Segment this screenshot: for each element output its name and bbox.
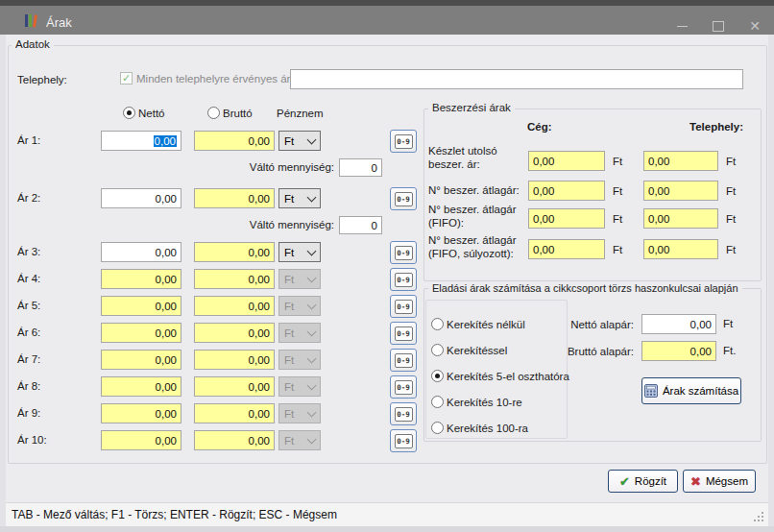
site-price-input[interactable]: 0,00 — [643, 151, 718, 171]
netto-price-input[interactable]: 0,00 — [101, 430, 181, 450]
close-icon: ✕ — [749, 18, 761, 34]
netto-price-input[interactable]: 0,00 — [101, 188, 181, 208]
beszerzesi-group-title: Beszerzési árak — [428, 102, 515, 114]
price-row-label: Ár 7: — [17, 353, 40, 366]
close-button[interactable]: ✕ — [749, 17, 761, 35]
calc-prices-button[interactable]: Árak számítása — [641, 377, 741, 404]
all-sites-checkbox: ✓ — [120, 72, 133, 85]
numpad-button[interactable]: 0-9 — [390, 130, 417, 153]
currency-unit-label: Ft — [726, 213, 736, 226]
netto-radio-label: Nettó — [138, 108, 165, 120]
brutto-price-input[interactable]: 0,00 — [194, 403, 275, 423]
rounding-option-label: Kerekítés 10-re — [447, 397, 522, 409]
chevron-down-icon — [307, 246, 317, 255]
numpad-icon: 0-9 — [395, 434, 413, 448]
price-row-label: Ár 4: — [17, 273, 40, 285]
netto-price-input[interactable]: 0,00 — [101, 376, 181, 397]
netto-radio[interactable] — [123, 107, 135, 119]
netto-price-input[interactable]: 0,00 — [101, 403, 181, 423]
numpad-button[interactable]: 0-9 — [390, 187, 417, 210]
site-name-input[interactable] — [290, 69, 743, 89]
currency-select[interactable]: Ft — [278, 242, 321, 262]
numpad-icon: 0-9 — [395, 246, 413, 260]
rounding-option-label: Kerekítés 5-el oszthatóra — [447, 371, 569, 383]
brutto-price-input[interactable]: 0,00 — [194, 350, 275, 370]
brutto-price-input[interactable]: 0,00 — [194, 188, 275, 208]
chevron-down-icon — [307, 192, 317, 202]
maximize-button[interactable] — [713, 21, 724, 32]
site-price-input[interactable]: 0,00 — [643, 208, 718, 229]
brutto-alapar-input[interactable]: 0,00 — [641, 341, 716, 361]
brutto-price-input[interactable]: 0,00 — [194, 376, 275, 397]
currency-select[interactable]: Ft — [278, 188, 321, 208]
brutto-price-input[interactable]: 0,00 — [194, 323, 275, 343]
numpad-button[interactable]: 0-9 — [390, 429, 417, 452]
company-price-input[interactable]: 0,00 — [528, 181, 605, 201]
exchange-qty-input[interactable]: 0 — [339, 216, 382, 234]
netto-price-input[interactable]: 0,00 — [101, 296, 181, 316]
exchange-qty-input[interactable]: 0 — [339, 158, 382, 177]
eladasi-group-title: Eladási árak számítása a cikkcsoport tör… — [428, 282, 742, 295]
rounding-option-radio[interactable] — [431, 370, 444, 382]
numpad-button[interactable]: 0-9 — [390, 268, 417, 291]
purchase-price-row-label: Készlet utolsó beszer. ár: — [428, 144, 526, 171]
currency-select: Ft — [278, 350, 321, 370]
numpad-icon: 0-9 — [395, 300, 413, 314]
resize-grip[interactable] — [754, 512, 764, 522]
netto-price-input[interactable]: 0,00 — [101, 242, 181, 262]
chevron-down-icon — [307, 273, 317, 282]
brutto-radio[interactable] — [207, 107, 220, 119]
company-price-input[interactable]: 0,00 — [528, 239, 605, 259]
site-price-input[interactable]: 0,00 — [643, 239, 718, 259]
minimize-icon — [677, 26, 688, 27]
price-row-label: Ár 8: — [17, 380, 40, 393]
brutto-price-input[interactable]: 0,00 — [194, 269, 275, 289]
brutto-alapar-label: Bruttó alapár: — [544, 346, 634, 358]
numpad-button[interactable]: 0-9 — [390, 402, 417, 425]
cancel-button[interactable]: ✖ Mégsem — [683, 470, 756, 493]
window-title: Árak — [46, 15, 72, 30]
currency-unit-label: Ft — [726, 244, 736, 256]
currency-select: Ft — [278, 403, 321, 423]
numpad-button[interactable]: 0-9 — [390, 241, 417, 264]
rounding-option-radio[interactable] — [431, 344, 444, 356]
numpad-button[interactable]: 0-9 — [390, 295, 417, 318]
save-button-label: Rögzít — [635, 475, 666, 487]
currency-select[interactable]: Ft — [278, 131, 321, 151]
company-price-input[interactable]: 0,00 — [528, 151, 605, 171]
numpad-button[interactable]: 0-9 — [390, 349, 417, 372]
company-price-input[interactable]: 0,00 — [528, 208, 605, 229]
rounding-option-radio[interactable] — [431, 318, 444, 330]
brutto-price-input[interactable]: 0,00 — [194, 430, 275, 450]
save-button[interactable]: ✔ Rögzít — [608, 470, 678, 493]
brutto-price-input[interactable]: 0,00 — [194, 296, 275, 316]
brutto-price-input[interactable]: 0,00 — [194, 131, 275, 151]
minimize-button[interactable] — [677, 26, 688, 27]
currency-select: Ft — [278, 323, 321, 343]
chevron-down-icon — [307, 353, 317, 363]
exchange-qty-label: Váltó mennyiség: — [229, 161, 334, 174]
netto-price-input[interactable]: 0,00 — [101, 323, 181, 343]
netto-price-input[interactable]: 0,00 — [101, 350, 181, 370]
rounding-option-radio[interactable] — [431, 422, 444, 434]
telephely-label: Telephely: — [17, 74, 67, 86]
netto-alapar-input[interactable]: 0,00 — [641, 314, 716, 334]
titlebar: Árak ✕ — [0, 6, 774, 35]
price-row-label: Ár 3: — [17, 246, 40, 258]
brutto-price-input[interactable]: 0,00 — [194, 242, 275, 262]
rounding-option-label: Kerekítés nélkül — [447, 319, 525, 331]
currency-unit-label: Ft — [613, 156, 622, 168]
numpad-icon: 0-9 — [395, 326, 413, 341]
col-header-ceg: Cég: — [527, 121, 552, 133]
purchase-price-row-label: N° beszer. átlagár (FIFO, súlyozott): — [428, 233, 526, 260]
brutto-radio-label: Bruttó — [223, 108, 253, 120]
chevron-down-icon — [307, 380, 317, 390]
numpad-button[interactable]: 0-9 — [390, 375, 417, 399]
site-price-input[interactable]: 0,00 — [643, 181, 718, 201]
rounding-option-radio[interactable] — [431, 396, 444, 408]
netto-price-input[interactable]: 0,00 — [101, 131, 181, 151]
netto-price-input[interactable]: 0,00 — [101, 269, 181, 289]
numpad-button[interactable]: 0-9 — [390, 322, 417, 345]
numpad-icon: 0-9 — [395, 273, 413, 287]
x-icon: ✖ — [690, 475, 701, 488]
